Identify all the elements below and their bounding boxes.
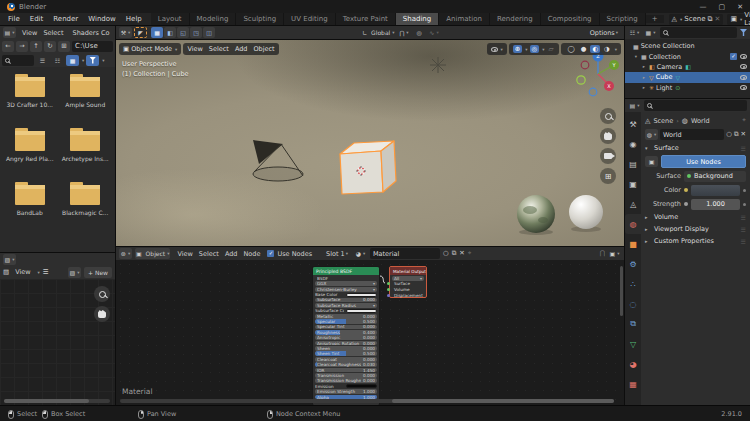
- options-dropdown[interactable]: Options▾: [587, 27, 621, 38]
- falloff-dropdown[interactable]: ∿▾: [428, 27, 441, 38]
- color-swatch-field[interactable]: [691, 185, 740, 196]
- active-tool-button[interactable]: ⚒▾: [119, 27, 132, 38]
- forward-button[interactable]: →: [16, 41, 28, 52]
- node-row[interactable]: IOR 1.450 ▾: [315, 368, 377, 373]
- menu-item[interactable]: Add: [225, 250, 238, 258]
- eye-icon[interactable]: [740, 85, 747, 90]
- node-row[interactable]: BSDF ▾: [315, 276, 377, 281]
- workspace-tab[interactable]: Scripting: [600, 13, 646, 26]
- outliner-item[interactable]: ▸ ✳ Light ⊙ ✓: [625, 83, 750, 93]
- eye-icon[interactable]: [740, 75, 747, 80]
- select-mode-button[interactable]: ◧: [164, 27, 176, 38]
- cube-object[interactable]: [340, 141, 396, 194]
- image-browse-button[interactable]: ▨▾: [68, 267, 81, 278]
- select-box-tool-button[interactable]: ◤: [134, 27, 147, 38]
- maximize-button[interactable]: ▢: [719, 3, 726, 11]
- proportional-edit-toggle[interactable]: ◎: [413, 27, 426, 38]
- color-swatch[interactable]: [346, 309, 377, 313]
- menu-item[interactable]: File: [3, 15, 25, 23]
- workspace-tab[interactable]: Layout: [151, 13, 190, 26]
- zoom-button[interactable]: [94, 286, 110, 302]
- add-workspace-button[interactable]: +: [646, 15, 664, 23]
- material-output-node[interactable]: Material Output All▾ Surface Volume: [389, 266, 427, 298]
- node-row[interactable]: Roughness 0.400 ▾: [315, 330, 377, 335]
- node-row[interactable]: Alpha 1.000 ▾: [315, 395, 377, 400]
- material-browse-button[interactable]: ◕▾: [354, 248, 367, 259]
- principled-bsdf-node[interactable]: Principled BSDF BSDF ▾: [312, 266, 380, 406]
- expand-icon[interactable]: ▸: [641, 85, 647, 90]
- world-name-field[interactable]: World: [660, 129, 724, 140]
- properties-tab[interactable]: ■: [625, 234, 641, 254]
- scene-selector[interactable]: ◬ ▾ Scene ⧉ ✕: [669, 14, 724, 25]
- collection-dropdown[interactable]: ▦▾: [644, 27, 657, 38]
- outliner-item[interactable]: ▸ ▽ Cube ▽ ✓: [625, 72, 750, 82]
- folder-item[interactable]: Blackmagic C...: [60, 185, 112, 233]
- xray-toggle[interactable]: ▱: [546, 45, 555, 53]
- sphere-textured-object[interactable]: [517, 195, 555, 235]
- shading-material-button[interactable]: ◐: [590, 45, 600, 53]
- menu-item[interactable]: Select: [209, 45, 229, 53]
- node-overlays-dropdown[interactable]: ▣▾: [608, 248, 621, 259]
- editor-type-button[interactable]: ⊛▾: [119, 248, 132, 259]
- node-row[interactable]: Sheen Tint 0.500 ▾: [315, 351, 377, 356]
- surface-panel-header[interactable]: ▾Surface☰: [645, 142, 746, 154]
- menu-item[interactable]: View: [187, 45, 202, 53]
- chevron-down-icon[interactable]: ▾: [615, 47, 617, 52]
- chevron-down-icon[interactable]: ▾: [102, 58, 104, 63]
- menu-item[interactable]: Add: [235, 45, 248, 53]
- color-swatch[interactable]: [346, 293, 377, 297]
- animate-dot-icon[interactable]: [743, 189, 746, 192]
- browse-world-button[interactable]: ◍▾: [645, 129, 658, 140]
- collapsed-panel-header[interactable]: ▸Custom Properties☰: [645, 235, 746, 247]
- menu-item[interactable]: Object: [253, 45, 274, 53]
- surface-value-button[interactable]: Background: [684, 171, 746, 182]
- filter-icon[interactable]: [740, 29, 747, 36]
- menu-item[interactable]: Select: [199, 250, 219, 258]
- back-button[interactable]: ←: [2, 41, 14, 52]
- shading-solid-button[interactable]: ●: [579, 45, 589, 53]
- editor-type-button[interactable]: ▤▾: [3, 27, 16, 38]
- node-row[interactable]: Subsurface Radius ▾: [315, 303, 377, 308]
- filter-button[interactable]: [86, 55, 99, 66]
- shader-type-dropdown[interactable]: ▣ Object▾: [135, 248, 170, 259]
- snap-toggle[interactable]: ⋂▾: [398, 27, 411, 38]
- chevron-down-icon[interactable]: ▾: [82, 58, 84, 63]
- menu-item[interactable]: Select: [40, 27, 66, 38]
- pin-icon[interactable]: ⌖: [468, 250, 472, 257]
- orientation-dropdown[interactable]: ∟ Global▾: [361, 27, 395, 38]
- properties-tab[interactable]: ⧉: [625, 314, 641, 334]
- folder-item[interactable]: Ample Sound: [60, 77, 112, 125]
- object-visibility-dropdown[interactable]: ▾: [487, 43, 507, 55]
- node-input-row[interactable]: Displacement: [392, 293, 424, 298]
- viewport-3d[interactable]: Z Y X ▣Object Mode▾ ViewSelectAddObject …: [116, 40, 624, 246]
- shading-rendered-button[interactable]: ◑: [602, 45, 612, 53]
- shading-wireframe-button[interactable]: ◯: [565, 45, 576, 53]
- node-row[interactable]: Anisotropic 0.000 ▾: [315, 335, 377, 340]
- node-input-row[interactable]: Surface: [392, 281, 424, 286]
- fake-user-icon[interactable]: ○: [726, 131, 732, 138]
- use-nodes-checkbox[interactable]: ✓: [267, 250, 274, 257]
- material-name-field[interactable]: Material: [370, 248, 440, 259]
- node-canvas[interactable]: Principled BSDF BSDF ▾: [116, 260, 624, 405]
- list-view-button[interactable]: ☰: [36, 55, 49, 66]
- empty-object[interactable]: [430, 57, 446, 73]
- new-folder-button[interactable]: ⊞: [58, 41, 70, 52]
- unlink-icon[interactable]: ✕: [741, 131, 746, 138]
- slot-dropdown[interactable]: Slot 1▾: [323, 248, 351, 259]
- workspace-tab[interactable]: Animation: [439, 13, 490, 26]
- close-button[interactable]: ✕: [737, 3, 743, 11]
- properties-tab[interactable]: ⚙: [625, 254, 641, 274]
- node-row[interactable]: Emission ▾: [315, 384, 377, 389]
- properties-tab[interactable]: ◍: [625, 214, 641, 234]
- node-row[interactable]: Transmission 0.000 ▾: [315, 373, 377, 378]
- pin-icon[interactable]: ⌖: [742, 117, 746, 124]
- menu-item[interactable]: Help: [121, 15, 147, 23]
- unlink-icon[interactable]: ✕: [459, 250, 464, 257]
- copy-icon[interactable]: ⧉: [452, 250, 457, 257]
- animate-dot-icon[interactable]: [743, 203, 746, 206]
- snap-node-icon[interactable]: ⋂: [600, 250, 605, 257]
- viewport-ortho-toggle[interactable]: ⊞: [600, 168, 616, 184]
- path-field[interactable]: C:\Use: [72, 41, 113, 52]
- node-row[interactable]: Specular 0.500 ▾: [315, 319, 377, 324]
- properties-tab[interactable]: ▣: [625, 174, 641, 194]
